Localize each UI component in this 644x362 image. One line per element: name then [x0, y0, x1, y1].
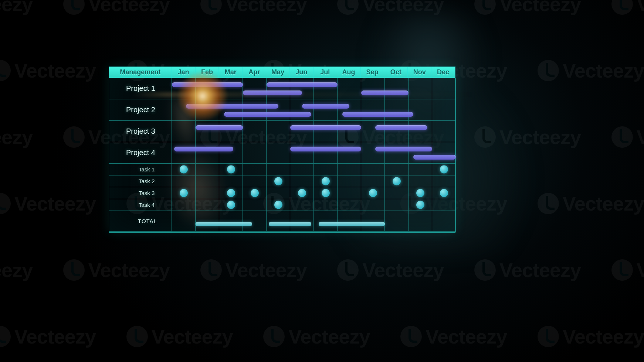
watermark: Vecteezy — [611, 126, 644, 148]
watermark-text: Vecteezy — [226, 259, 307, 281]
task-dot — [322, 177, 330, 185]
task-dots-area — [172, 187, 455, 199]
header-month: Sep — [361, 67, 384, 78]
watermark-logo-icon — [474, 259, 496, 281]
task-row: Task 2 — [109, 175, 455, 187]
header-month: Jan — [172, 67, 196, 78]
watermark-logo-icon — [0, 326, 11, 347]
watermark: Vecteezy — [0, 192, 96, 215]
project-label: Project 2 — [109, 99, 172, 121]
gantt-bar — [413, 155, 456, 160]
gantt-bar — [267, 82, 338, 87]
watermark-text: Vecteezy — [288, 325, 370, 348]
task-row: Task 4 — [109, 199, 455, 211]
header-month: Dec — [431, 67, 455, 78]
watermark: Vecteezy — [200, 0, 307, 16]
watermark-logo-icon — [611, 0, 633, 15]
watermark-text: Vecteezy — [14, 59, 96, 82]
task-label: Task 1 — [109, 164, 172, 175]
header-title: Management — [109, 67, 172, 78]
task-dots-area — [172, 164, 455, 175]
gantt-bar — [196, 125, 243, 130]
gantt-bar — [375, 147, 432, 151]
task-label: Task 4 — [109, 199, 172, 211]
watermark-text: Vecteezy — [88, 0, 170, 16]
watermark-text: Vecteezy — [14, 325, 96, 348]
watermark: Vecteezy — [0, 59, 96, 82]
header-month: Aug — [337, 67, 361, 78]
task-dot — [416, 189, 424, 197]
project-label: Project 4 — [109, 142, 172, 164]
watermark: Vecteezy — [474, 259, 581, 281]
watermark-text: Vecteezy — [563, 325, 644, 348]
task-dot — [416, 201, 424, 209]
watermark-text: Vecteezy — [637, 259, 644, 281]
watermark: Vecteezy — [126, 325, 233, 348]
header-month: Jul — [313, 67, 337, 78]
watermark-logo-icon — [400, 326, 422, 347]
task-dot — [440, 165, 448, 174]
gantt-bar — [172, 82, 243, 87]
gantt-bar — [174, 147, 233, 151]
watermark-logo-icon — [63, 126, 85, 148]
task-dot — [227, 201, 235, 209]
watermark-text: Vecteezy — [563, 59, 644, 82]
watermark: Vecteezy — [538, 325, 644, 348]
watermark-logo-icon — [63, 0, 85, 15]
watermark: Vecteezy — [0, 0, 33, 16]
header-month: May — [266, 67, 290, 78]
total-bars-area — [172, 211, 455, 232]
watermark-logo-icon — [611, 126, 633, 148]
total-bar — [319, 222, 385, 226]
watermark-text: Vecteezy — [0, 0, 33, 16]
gantt-bar — [243, 90, 302, 95]
watermark-logo-icon — [126, 326, 148, 347]
watermark: Vecteezy — [200, 259, 307, 281]
gantt-bar — [342, 112, 413, 117]
watermark-text: Vecteezy — [0, 259, 33, 281]
header-month: Apr — [243, 67, 266, 78]
project-row: Project 4 — [109, 142, 455, 164]
watermark: Vecteezy — [0, 325, 96, 348]
gantt-header-row: Management Jan Feb Mar Apr May Jun Jul A… — [109, 67, 455, 78]
task-dot — [440, 189, 448, 197]
gantt-bar — [290, 147, 361, 151]
header-month: Jun — [290, 67, 313, 78]
task-dots-area — [172, 199, 455, 211]
watermark-logo-icon — [63, 259, 85, 281]
project-label: Project 1 — [109, 78, 172, 99]
gantt-bar — [224, 112, 312, 117]
watermark-text: Vecteezy — [563, 192, 644, 215]
watermark: Vecteezy — [263, 325, 370, 348]
header-month: Feb — [196, 67, 219, 78]
watermark-text: Vecteezy — [152, 325, 233, 348]
project-row: Project 1 — [109, 78, 455, 99]
task-dot — [298, 189, 306, 197]
watermark-logo-icon — [0, 60, 11, 81]
project-bars-area — [172, 121, 455, 142]
project-bars-area — [172, 99, 455, 121]
gantt-bar — [302, 104, 349, 109]
watermark-logo-icon — [538, 326, 559, 347]
task-dot — [322, 189, 330, 197]
task-row: Task 3 — [109, 187, 455, 199]
project-row: Project 2 — [109, 99, 455, 121]
task-dot — [251, 189, 259, 197]
watermark: Vecteezy — [400, 325, 507, 348]
total-bar — [196, 222, 252, 226]
watermark-logo-icon — [200, 259, 222, 281]
watermark-text: Vecteezy — [88, 259, 170, 281]
watermark: Vecteezy — [0, 126, 33, 148]
watermark-logo-icon — [0, 193, 11, 214]
gantt-bar — [375, 125, 427, 130]
watermark-text: Vecteezy — [426, 325, 507, 348]
watermark-text: Vecteezy — [362, 259, 444, 281]
gantt-bar — [361, 90, 409, 95]
task-dot — [369, 189, 377, 197]
task-row: Task 1 — [109, 164, 455, 175]
header-month: Mar — [219, 67, 243, 78]
project-bars-area — [172, 142, 455, 164]
watermark-logo-icon — [263, 326, 285, 347]
task-dot — [274, 177, 282, 185]
total-row: TOTAL — [109, 211, 455, 232]
